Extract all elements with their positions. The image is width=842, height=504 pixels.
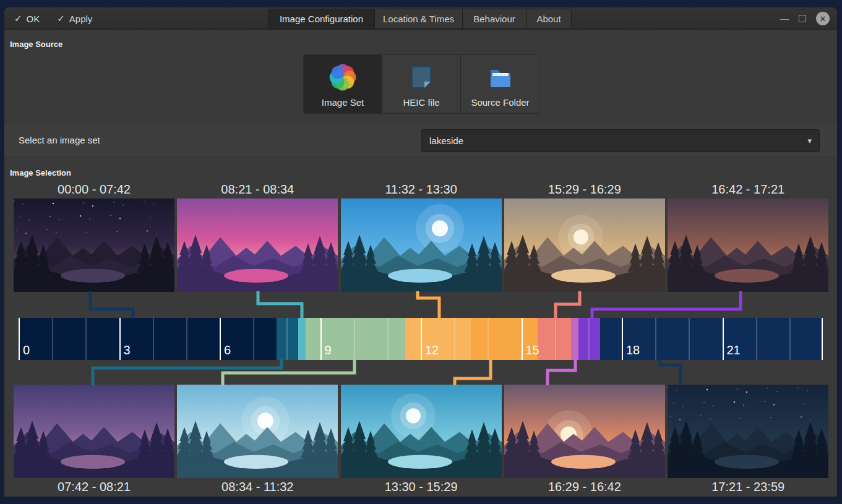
top-thumbnail[interactable] <box>177 199 338 292</box>
timeline-hour-tick <box>488 318 489 360</box>
image-set-row: Select an image set lakeside ▾ <box>4 124 837 156</box>
timeline-segment <box>19 318 277 360</box>
connector-line <box>418 291 439 318</box>
top-thumbnail[interactable] <box>668 199 828 292</box>
image-set-label: Image Set <box>322 97 364 108</box>
image-set-dropdown[interactable]: lakeside ▾ <box>421 129 820 152</box>
titlebar-actions: ✓ OK ✓ Apply <box>14 7 92 30</box>
bottom-time-label: 13:30 - 15:29 <box>341 479 502 494</box>
top-time-label: 08:21 - 08:34 <box>177 182 338 197</box>
timeline-hour-number: 15 <box>526 343 539 357</box>
top-thumbnail[interactable] <box>14 199 174 292</box>
selected-set-value: lakeside <box>429 135 463 146</box>
timeline-major-tick <box>723 318 724 360</box>
tab-bar: Image Configuration Location & Times Beh… <box>268 9 572 28</box>
top-time-label: 00:00 - 07:42 <box>14 182 174 197</box>
ok-button-label: OK <box>27 14 40 24</box>
apply-button[interactable]: ✓ Apply <box>57 13 92 24</box>
bottom-thumbnail[interactable] <box>177 385 338 478</box>
source-folder-button[interactable]: Source Folder <box>461 55 539 113</box>
tab-behaviour[interactable]: Behaviour <box>463 9 526 28</box>
timeline-hour-tick <box>689 318 690 360</box>
timeline-hour-number: 21 <box>727 343 741 357</box>
connector-line <box>93 359 281 385</box>
window-controls: — ✕ <box>780 7 830 30</box>
connector-line <box>592 291 741 318</box>
top-time-label: 16:42 - 17:21 <box>668 182 828 197</box>
bottom-time-label: 07:42 - 08:21 <box>14 479 174 494</box>
timeline-hour-tick <box>253 318 254 360</box>
select-set-label: Select an image set <box>19 124 100 156</box>
timeline-major-tick <box>119 318 121 360</box>
connector-line <box>90 291 133 318</box>
apply-button-label: Apply <box>69 14 93 24</box>
bottom-thumbnail[interactable] <box>504 385 665 478</box>
timeline-hour-number: 0 <box>23 343 30 357</box>
timeline-hour-number: 12 <box>425 343 439 357</box>
timeline-end-tick <box>822 318 823 360</box>
heic-file-label: HEIC file <box>403 97 439 108</box>
connector-line <box>548 359 575 385</box>
timeline-major-tick <box>421 318 422 360</box>
source-folder-label: Source Folder <box>471 97 529 108</box>
timeline-hour-tick <box>354 318 355 360</box>
color-wheel-icon <box>328 62 358 92</box>
timeline-hour-tick <box>789 318 791 360</box>
heic-file-button[interactable]: HEIC file <box>382 55 461 113</box>
timeline-hour-tick <box>387 318 389 360</box>
timeline-hour-number: 9 <box>325 343 332 357</box>
image-set-button[interactable]: Image Set <box>304 55 382 113</box>
timeline-major-tick <box>622 318 623 360</box>
tab-image-configuration[interactable]: Image Configuration <box>268 9 375 28</box>
timeline-hour-tick <box>588 318 590 360</box>
close-button[interactable]: ✕ <box>816 12 830 25</box>
bottom-time-label: 16:29 - 16:42 <box>504 479 665 494</box>
top-time-label: 15:29 - 16:29 <box>504 182 665 197</box>
bottom-thumbnail[interactable] <box>668 385 828 478</box>
tab-about[interactable]: About <box>526 9 571 28</box>
connector-line <box>223 359 354 385</box>
image-source-heading: Image Source <box>10 40 62 49</box>
connector-line <box>556 291 580 318</box>
timeline-hour-tick <box>286 318 288 360</box>
bottom-time-label: 08:34 - 11:32 <box>177 479 338 494</box>
timeline-hour-number: 18 <box>626 343 640 357</box>
connector-line <box>258 291 302 318</box>
bottom-thumbnail[interactable] <box>341 385 502 478</box>
app-window: ✓ OK ✓ Apply Image Configuration Locatio… <box>4 7 837 497</box>
ok-button[interactable]: ✓ OK <box>14 13 40 24</box>
titlebar: ✓ OK ✓ Apply Image Configuration Locatio… <box>4 7 837 30</box>
folder-icon <box>486 62 515 92</box>
minimize-button[interactable]: — <box>780 15 789 22</box>
check-icon: ✓ <box>14 13 22 24</box>
top-thumbnail[interactable] <box>504 199 665 292</box>
timeline-segment <box>538 318 571 360</box>
timeline-hour-tick <box>153 318 154 360</box>
check-icon: ✓ <box>57 13 65 24</box>
day-timeline: 036912151821 <box>19 318 823 360</box>
timeline-hour-tick <box>655 318 656 360</box>
timeline-hour-tick <box>85 318 87 360</box>
maximize-button[interactable] <box>799 15 806 22</box>
connector-line <box>660 359 681 385</box>
timeline-segment <box>298 318 306 360</box>
timeline-hour-number: 6 <box>224 343 231 357</box>
desktop: ✓ OK ✓ Apply Image Configuration Locatio… <box>0 0 842 504</box>
bottom-time-label: 17:21 - 23:59 <box>668 479 828 494</box>
connector-line <box>455 359 491 385</box>
bottom-thumbnail[interactable] <box>14 385 174 478</box>
chevron-down-icon: ▾ <box>807 136 812 145</box>
timeline-major-tick <box>320 318 322 360</box>
tab-location-times[interactable]: Location & Times <box>375 9 463 28</box>
timeline-hour-number: 3 <box>124 343 131 357</box>
image-selection-heading: Image Selection <box>10 168 71 177</box>
timeline-hour-tick <box>756 318 757 360</box>
timeline-hour-tick <box>52 318 53 360</box>
timeline-major-tick <box>19 318 20 360</box>
timeline-major-tick <box>220 318 221 360</box>
top-thumbnail[interactable] <box>341 199 502 292</box>
source-type-group: Image Set HEIC file <box>303 54 540 114</box>
timeline-segment <box>571 318 578 360</box>
timeline-hour-tick <box>186 318 187 360</box>
timeline-major-tick <box>522 318 523 360</box>
